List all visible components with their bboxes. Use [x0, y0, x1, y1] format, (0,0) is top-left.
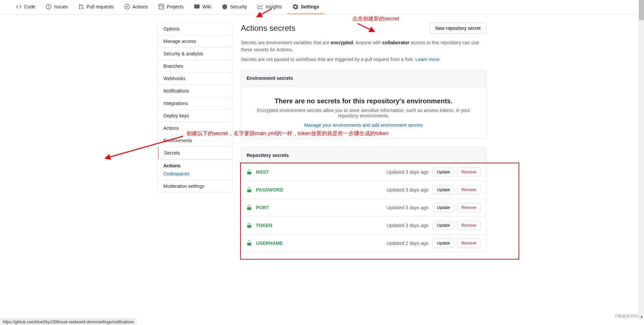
tab-label: Pull requests	[87, 4, 114, 9]
remove-secret-button[interactable]: Remove	[457, 185, 481, 195]
tab-code[interactable]: Code	[11, 0, 41, 14]
secret-row: PASSWORDUpdated 3 days agoUpdateRemove	[241, 181, 486, 199]
secrets-description-1: Secrets are environment variables that a…	[241, 39, 486, 53]
tab-label: Wiki	[202, 4, 211, 9]
scrollbar-thumb[interactable]	[639, 0, 644, 20]
tab-pulls[interactable]: Pull requests	[73, 0, 119, 14]
shield-icon	[222, 4, 227, 9]
sidebar-item-manage-access[interactable]: Manage access	[158, 35, 232, 48]
sidebar-item-deploy-keys[interactable]: Deploy keys	[158, 110, 232, 122]
scrollbar[interactable]: ▲ ▼	[639, 0, 644, 268]
lock-icon	[247, 169, 252, 175]
tab-projects[interactable]: Projects	[153, 0, 189, 14]
settings-sidebar: Options Manage access Security & analysi…	[158, 22, 233, 260]
sidebar-item-moderation[interactable]: Moderation settings	[158, 180, 232, 192]
sidebar-item-actions[interactable]: Actions	[158, 122, 232, 134]
sidebar-item-branches[interactable]: Branches	[158, 60, 232, 72]
secret-row: TOKENUpdated 3 days agoUpdateRemove	[241, 217, 486, 234]
secrets-description-2: Secrets are not passed to workflows that…	[241, 56, 486, 63]
issue-icon	[46, 4, 51, 9]
secret-name: TOKEN	[256, 223, 272, 228]
page-title: Actions secrets	[241, 23, 296, 33]
remove-secret-button[interactable]: Remove	[457, 167, 481, 177]
secret-row: HOSTUpdated 3 days agoUpdateRemove	[241, 163, 486, 181]
environment-secrets-box: Environment secrets There are no secrets…	[241, 70, 486, 139]
secret-name: PASSWORD	[256, 187, 283, 193]
tab-wiki[interactable]: Wiki	[189, 0, 216, 14]
update-secret-button[interactable]: Update	[433, 185, 454, 195]
graph-icon	[258, 4, 263, 9]
sidebar-item-secrets[interactable]: Secrets	[158, 147, 232, 159]
tab-label: Issues	[54, 4, 67, 9]
gear-icon	[293, 4, 298, 9]
remove-secret-button[interactable]: Remove	[457, 203, 481, 212]
secret-name: USERNAME	[256, 240, 283, 246]
secret-updated: Updated 3 days ago	[386, 169, 428, 175]
tab-label: Projects	[167, 4, 184, 9]
secret-updated: Updated 3 days ago	[386, 205, 428, 210]
secret-updated: Updated 2 days ago	[386, 240, 428, 246]
sidebar-item-options[interactable]: Options	[158, 23, 232, 35]
lock-icon	[247, 240, 252, 246]
sidebar-item-notifications[interactable]: Notifications	[158, 85, 232, 97]
secret-updated: Updated 3 days ago	[386, 187, 428, 193]
env-empty-subtitle: Encrypted environment secrets allow you …	[249, 108, 478, 118]
manage-environments-link[interactable]: Manage your environments and add environ…	[304, 122, 423, 128]
secret-row: PORTUpdated 3 days agoUpdateRemove	[241, 199, 486, 217]
lock-icon	[247, 223, 252, 228]
repository-secrets-header: Repository secrets	[241, 147, 486, 163]
update-secret-button[interactable]: Update	[433, 221, 454, 230]
tab-security[interactable]: Security	[217, 0, 253, 14]
secret-row: USERNAMEUpdated 2 days agoUpdateRemove	[241, 234, 486, 252]
tab-insights[interactable]: Insights	[252, 0, 287, 14]
sidebar-item-environments[interactable]: Environments	[158, 134, 232, 147]
sidebar-link-codespaces[interactable]: Codespaces	[158, 170, 232, 180]
secret-name: PORT	[256, 205, 269, 210]
sidebar-heading-actions: Actions	[158, 160, 232, 170]
sidebar-item-webhooks[interactable]: Webhooks	[158, 72, 232, 85]
lock-icon	[247, 187, 252, 193]
play-icon	[124, 4, 130, 9]
secrets-content: Actions secrets New repository secret Se…	[241, 22, 486, 260]
tab-label: Insights	[266, 4, 282, 9]
remove-secret-button[interactable]: Remove	[457, 221, 481, 230]
tab-label: Actions	[132, 4, 148, 9]
environment-secrets-header: Environment secrets	[241, 70, 486, 87]
secret-updated: Updated 3 days ago	[386, 223, 428, 228]
repo-tabs: Code Issues Pull requests Actions Projec…	[0, 0, 644, 14]
sidebar-item-integrations[interactable]: Integrations	[158, 97, 232, 110]
update-secret-button[interactable]: Update	[433, 203, 454, 212]
project-icon	[159, 4, 164, 9]
git-pull-request-icon	[78, 4, 84, 9]
lock-icon	[247, 205, 252, 210]
secret-name: HOST	[256, 169, 269, 175]
update-secret-button[interactable]: Update	[433, 167, 454, 177]
code-icon	[16, 4, 21, 9]
learn-more-link[interactable]: Learn more	[416, 57, 440, 62]
sidebar-item-security-analysis[interactable]: Security & analysis	[158, 48, 232, 60]
tab-actions[interactable]: Actions	[119, 0, 153, 14]
tab-label: Code	[24, 4, 35, 9]
update-secret-button[interactable]: Update	[433, 238, 454, 248]
env-empty-title: There are no secrets for this repository…	[249, 97, 478, 105]
book-icon	[194, 4, 200, 9]
tab-label: Security	[230, 4, 247, 9]
remove-secret-button[interactable]: Remove	[457, 238, 481, 248]
new-secret-button[interactable]: New repository secret	[430, 22, 486, 34]
tab-issues[interactable]: Issues	[41, 0, 73, 14]
tab-settings[interactable]: Settings	[287, 0, 325, 14]
repository-secrets-box: Repository secrets HOSTUpdated 3 days ag…	[241, 147, 486, 252]
tab-label: Settings	[301, 4, 319, 9]
